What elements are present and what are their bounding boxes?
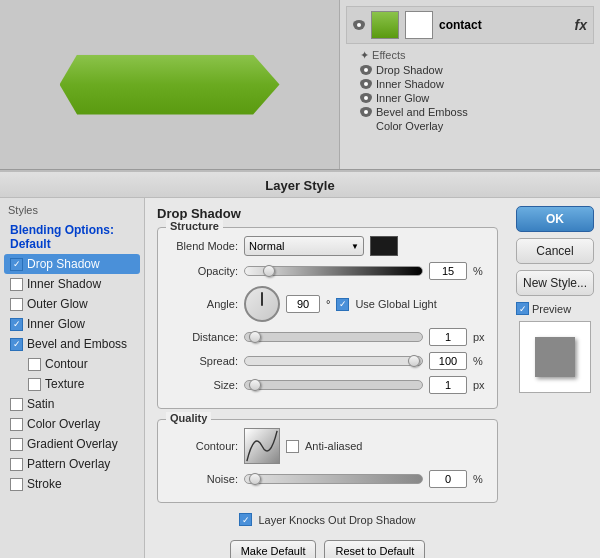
layer-thumbnail — [371, 11, 399, 39]
noise-unit: % — [473, 473, 487, 485]
spread-row: Spread: % — [168, 352, 487, 370]
gradient-overlay-checkbox[interactable] — [10, 438, 23, 451]
opacity-label: Opacity: — [168, 265, 238, 277]
sidebar-item-drop-shadow[interactable]: Drop Shadow — [4, 254, 140, 274]
effect-label-color-overlay: Color Overlay — [376, 120, 443, 132]
effect-eye-inner-shadow[interactable] — [360, 79, 372, 89]
bevel-emboss-checkbox[interactable] — [10, 338, 23, 351]
angle-input[interactable] — [286, 295, 320, 313]
quality-label: Quality — [166, 412, 211, 424]
make-default-button[interactable]: Make Default — [230, 540, 317, 558]
distance-slider[interactable] — [244, 332, 423, 342]
outer-glow-checkbox[interactable] — [10, 298, 23, 311]
sidebar-item-inner-shadow[interactable]: Inner Shadow — [4, 274, 140, 294]
cancel-button[interactable]: Cancel — [516, 238, 594, 264]
opacity-thumb[interactable] — [263, 265, 275, 277]
gradient-overlay-label: Gradient Overlay — [27, 437, 118, 451]
spread-input[interactable] — [429, 352, 467, 370]
noise-row: Noise: % — [168, 470, 487, 488]
structure-label: Structure — [166, 220, 223, 232]
preview-checkbox-row: Preview — [516, 302, 594, 315]
reset-to-default-button[interactable]: Reset to Default — [324, 540, 425, 558]
blend-mode-value: Normal — [249, 240, 284, 252]
sidebar-item-gradient-overlay[interactable]: Gradient Overlay — [4, 434, 140, 454]
knocks-out-checkbox[interactable] — [239, 513, 252, 526]
effect-label-inner-shadow: Inner Shadow — [376, 78, 444, 90]
outer-glow-label: Outer Glow — [27, 297, 88, 311]
spread-thumb[interactable] — [408, 355, 420, 367]
visibility-icon[interactable] — [353, 20, 365, 30]
drop-shadow-checkbox[interactable] — [10, 258, 23, 271]
global-light-checkbox[interactable] — [336, 298, 349, 311]
structure-group: Structure Blend Mode: Normal ▼ Opacity: — [157, 227, 498, 409]
layer-item[interactable]: contact fx — [346, 6, 594, 44]
angle-dial[interactable] — [244, 286, 280, 322]
inner-glow-label: Inner Glow — [27, 317, 85, 331]
action-buttons-panel: OK Cancel New Style... Preview — [510, 198, 600, 558]
effect-item-bevel-emboss[interactable]: Bevel and Emboss — [356, 105, 594, 119]
sidebar-item-outer-glow[interactable]: Outer Glow — [4, 294, 140, 314]
shadow-color-swatch[interactable] — [370, 236, 398, 256]
contour-checkbox[interactable] — [28, 358, 41, 371]
sidebar-item-bevel-emboss[interactable]: Bevel and Emboss — [4, 334, 140, 354]
opacity-row: Opacity: % — [168, 262, 487, 280]
anti-alias-checkbox[interactable] — [286, 440, 299, 453]
sidebar-item-contour[interactable]: Contour — [4, 354, 140, 374]
blend-mode-arrow-icon: ▼ — [351, 242, 359, 251]
sidebar-item-satin[interactable]: Satin — [4, 394, 140, 414]
pattern-overlay-checkbox[interactable] — [10, 458, 23, 471]
opacity-input[interactable] — [429, 262, 467, 280]
preview-thumbnail — [535, 337, 575, 377]
inner-glow-checkbox[interactable] — [10, 318, 23, 331]
opacity-slider[interactable] — [244, 266, 423, 276]
satin-checkbox[interactable] — [10, 398, 23, 411]
blend-mode-select[interactable]: Normal ▼ — [244, 236, 364, 256]
distance-unit: px — [473, 331, 487, 343]
quality-group: Quality Contour: — [157, 419, 498, 503]
bottom-buttons: Make Default Reset to Default — [157, 534, 498, 558]
noise-slider[interactable] — [244, 474, 423, 484]
distance-input[interactable] — [429, 328, 467, 346]
global-light-label: Use Global Light — [355, 298, 436, 310]
stroke-checkbox[interactable] — [10, 478, 23, 491]
ok-button[interactable]: OK — [516, 206, 594, 232]
sidebar-item-color-overlay[interactable]: Color Overlay — [4, 414, 140, 434]
sidebar: Styles Blending Options: Default Drop Sh… — [0, 198, 145, 558]
size-thumb[interactable] — [249, 379, 261, 391]
effect-item-color-overlay[interactable]: Color Overlay — [356, 119, 594, 133]
size-input[interactable] — [429, 376, 467, 394]
effect-label-inner-glow: Inner Glow — [376, 92, 429, 104]
effect-eye-drop-shadow[interactable] — [360, 65, 372, 75]
sidebar-item-inner-glow[interactable]: Inner Glow — [4, 314, 140, 334]
noise-input[interactable] — [429, 470, 467, 488]
contour-thumbnail[interactable] — [244, 428, 280, 464]
angle-label: Angle: — [168, 298, 238, 310]
size-slider[interactable] — [244, 380, 423, 390]
contour-row: Contour: — [168, 428, 487, 464]
effect-eye-inner-glow[interactable] — [360, 93, 372, 103]
top-panel: contact fx ✦ Effects Drop Shadow Inner S… — [0, 0, 600, 170]
texture-label: Texture — [45, 377, 84, 391]
effect-item-inner-shadow[interactable]: Inner Shadow — [356, 77, 594, 91]
fx-button[interactable]: fx — [575, 17, 587, 33]
sidebar-item-texture[interactable]: Texture — [4, 374, 140, 394]
spread-slider[interactable] — [244, 356, 423, 366]
sidebar-item-pattern-overlay[interactable]: Pattern Overlay — [4, 454, 140, 474]
stroke-label: Stroke — [27, 477, 62, 491]
sidebar-item-blending-options[interactable]: Blending Options: Default — [4, 220, 140, 254]
texture-checkbox[interactable] — [28, 378, 41, 391]
main-content: Drop Shadow Structure Blend Mode: Normal… — [145, 198, 510, 558]
distance-thumb[interactable] — [249, 331, 261, 343]
effect-eye-bevel-emboss[interactable] — [360, 107, 372, 117]
sidebar-item-stroke[interactable]: Stroke — [4, 474, 140, 494]
noise-thumb[interactable] — [249, 473, 261, 485]
layers-panel: contact fx ✦ Effects Drop Shadow Inner S… — [340, 0, 600, 169]
inner-shadow-checkbox[interactable] — [10, 278, 23, 291]
effect-item-inner-glow[interactable]: Inner Glow — [356, 91, 594, 105]
anti-alias-label: Anti-aliased — [305, 440, 362, 452]
section-title: Drop Shadow — [157, 206, 498, 221]
preview-checkbox[interactable] — [516, 302, 529, 315]
effect-item-drop-shadow[interactable]: Drop Shadow — [356, 63, 594, 77]
new-style-button[interactable]: New Style... — [516, 270, 594, 296]
color-overlay-checkbox[interactable] — [10, 418, 23, 431]
